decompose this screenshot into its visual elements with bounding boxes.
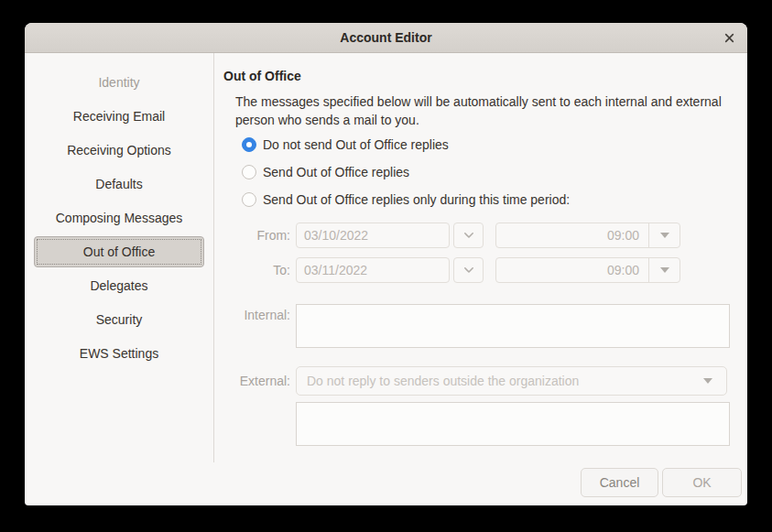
from-time-dropdown-button[interactable] [648, 223, 680, 247]
ok-button[interactable]: OK [662, 468, 742, 497]
radio-option-do-not-send[interactable]: Do not send Out of Office replies [242, 131, 731, 158]
page-title: Out of Office [223, 69, 731, 83]
radio-label: Send Out of Office replies only during t… [263, 192, 570, 207]
to-row: To: 09:00 [223, 257, 731, 283]
external-message-textarea[interactable] [296, 402, 730, 446]
close-icon [724, 33, 734, 43]
from-label: From: [223, 228, 290, 243]
dialog-body: Identity Receiving Email Receiving Optio… [25, 53, 747, 462]
cancel-button[interactable]: Cancel [581, 468, 658, 497]
sidebar-item-receiving-email[interactable]: Receiving Email [34, 101, 204, 132]
external-row: External: Do not reply to senders outsid… [223, 366, 731, 396]
from-date-input[interactable] [296, 223, 450, 248]
window-title: Account Editor [340, 30, 431, 45]
from-row: From: 09:00 [223, 223, 731, 248]
dropdown-arrow-icon [660, 267, 669, 273]
to-date-input[interactable] [296, 257, 450, 283]
external-reply-combo[interactable]: Do not reply to senders outside the orga… [296, 366, 727, 396]
sidebar-item-ews-settings[interactable]: EWS Settings [34, 338, 204, 369]
to-label: To: [223, 263, 290, 277]
description-text: The messages specified below will be aut… [235, 92, 730, 129]
radio-option-send-replies[interactable]: Send Out of Office replies [242, 158, 731, 186]
internal-row: Internal: [223, 304, 731, 348]
radio-indicator [242, 165, 256, 179]
close-button[interactable] [717, 23, 741, 52]
radio-option-send-replies-time-period[interactable]: Send Out of Office replies only during t… [242, 186, 731, 213]
to-date-dropdown-button[interactable] [453, 257, 484, 283]
screen-background: Account Editor Identity Receiving Email … [0, 0, 772, 532]
sidebar-item-composing-messages[interactable]: Composing Messages [34, 202, 204, 233]
action-bar: Cancel OK [25, 462, 747, 505]
radio-label: Do not send Out of Office replies [263, 137, 449, 152]
sidebar-item-out-of-office[interactable]: Out of Office [34, 236, 204, 267]
external-label: External: [223, 374, 290, 388]
to-time-dropdown-button[interactable] [648, 258, 680, 282]
internal-label: Internal: [223, 308, 290, 322]
dropdown-arrow-icon [660, 233, 669, 238]
chevron-down-icon [463, 266, 474, 274]
sidebar-item-identity: Identity [34, 67, 204, 98]
sidebar-item-defaults[interactable]: Defaults [34, 168, 204, 200]
oof-state-radio-group: Do not send Out of Office replies Send O… [223, 131, 731, 213]
radio-indicator [242, 192, 256, 207]
out-of-office-panel: Out of Office The messages specified bel… [214, 53, 747, 462]
radio-indicator-selected [242, 137, 256, 152]
sidebar-item-security[interactable]: Security [34, 304, 204, 335]
sidebar: Identity Receiving Email Receiving Optio… [25, 53, 214, 462]
external-message-row [223, 402, 731, 446]
from-date-dropdown-button[interactable] [453, 223, 484, 248]
sidebar-item-receiving-options[interactable]: Receiving Options [34, 135, 204, 166]
to-time-value: 09:00 [496, 258, 648, 282]
from-time-value: 09:00 [496, 223, 648, 247]
external-combo-value: Do not reply to senders outside the orga… [297, 374, 703, 388]
sidebar-item-delegates[interactable]: Delegates [34, 270, 204, 301]
titlebar[interactable]: Account Editor [25, 23, 747, 53]
internal-message-textarea[interactable] [296, 304, 730, 348]
from-time-combo[interactable]: 09:00 [495, 223, 680, 248]
to-time-combo[interactable]: 09:00 [495, 257, 680, 283]
dropdown-arrow-icon [703, 378, 712, 384]
radio-label: Send Out of Office replies [263, 165, 409, 179]
chevron-down-icon [463, 232, 474, 239]
account-editor-window: Account Editor Identity Receiving Email … [25, 23, 747, 505]
